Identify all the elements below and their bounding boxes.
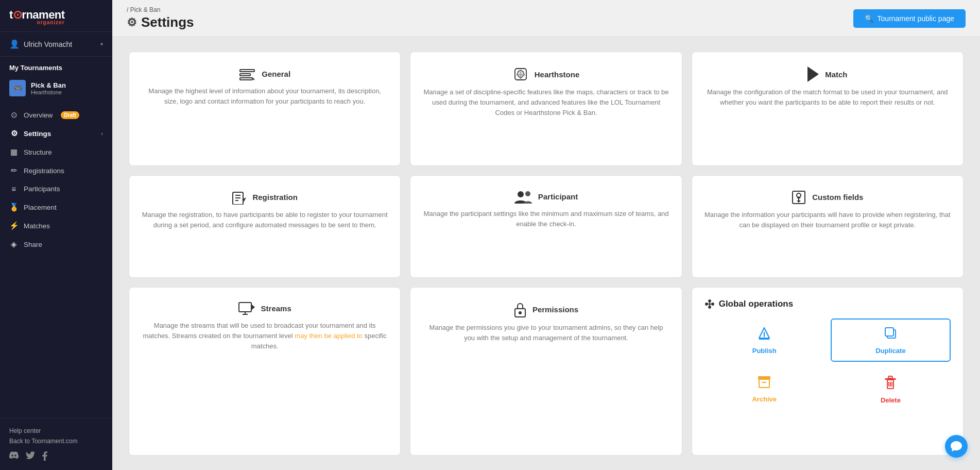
svg-rect-43	[888, 376, 892, 378]
structure-icon: ▦	[9, 147, 19, 157]
svg-rect-18	[239, 303, 251, 312]
page-title: ⚙ Settings	[127, 14, 194, 30]
registration-card-desc: Manage the registration, to have partici…	[142, 210, 388, 230]
tournament-public-page-button[interactable]: 🔍 Tournament public page	[853, 9, 966, 28]
svg-marker-19	[252, 305, 255, 310]
global-ops-buttons: Publish Duplicate Archive	[704, 318, 951, 411]
social-icons	[9, 451, 103, 463]
custom-fields-card-icon: Custom fields	[704, 190, 951, 205]
sidebar-item-matches[interactable]: ⚡ Matches	[0, 216, 112, 235]
archive-button[interactable]: Archive	[704, 368, 824, 411]
topbar: / Pick & Ban ⚙ Settings 🔍 Tournament pub…	[112, 0, 980, 37]
delete-label: Delete	[881, 396, 901, 404]
settings-card-match[interactable]: Match Manage the configuration of the ma…	[692, 52, 964, 166]
general-card-desc: Manage the highest level of information …	[142, 86, 388, 107]
settings-card-streams[interactable]: Streams Manage the streams that will be …	[129, 287, 401, 456]
registration-card-icon: Registration	[142, 190, 388, 205]
settings-card-participant[interactable]: Participant Manage the participant setti…	[410, 175, 682, 278]
chat-bubble-button[interactable]	[945, 435, 968, 458]
sidebar-item-label-settings: Settings	[24, 130, 51, 138]
streams-card-icon: Streams	[142, 302, 388, 315]
user-icon: 👤	[9, 39, 20, 49]
matches-icon: ⚡	[9, 221, 19, 230]
svg-rect-1	[240, 74, 250, 76]
participant-card-desc: Manage the participant settings like the…	[423, 209, 669, 229]
sidebar: t⊙rnament organizer 👤 Ulrich Vomacht ▾ M…	[0, 0, 112, 470]
hearthstone-card-icon: Hearthstone	[423, 66, 669, 82]
settings-cards-grid: General Manage the highest level of info…	[112, 37, 980, 470]
permissions-card-icon: Permissions	[423, 302, 669, 317]
sidebar-item-label-share: Share	[24, 241, 42, 248]
global-ops-title: Global operations	[704, 299, 794, 309]
duplicate-icon	[883, 326, 898, 344]
sidebar-item-overview[interactable]: ⊙ Overview Draft	[0, 106, 112, 124]
hearthstone-card-desc: Manage a set of discipline-specific feat…	[423, 87, 669, 118]
draft-badge: Draft	[61, 111, 79, 119]
sidebar-item-participants[interactable]: ≡ Participants	[0, 180, 112, 198]
svg-point-23	[519, 311, 522, 314]
settings-card-custom-fields[interactable]: Custom fields Manage the information you…	[692, 175, 964, 278]
page-header: / Pick & Ban ⚙ Settings	[127, 6, 194, 30]
help-center-link[interactable]: Help center	[9, 426, 103, 436]
tournament-name: Pick & Ban	[31, 81, 66, 89]
delete-button[interactable]: Delete	[831, 368, 951, 411]
sidebar-nav: ⊙ Overview Draft ⚙ Settings › ▦ Structur…	[0, 102, 112, 258]
archive-label: Archive	[752, 395, 777, 403]
svg-point-26	[706, 303, 708, 305]
publish-button[interactable]: Publish	[704, 318, 824, 362]
overview-icon: ⊙	[9, 110, 19, 120]
user-name: Ulrich Vomacht	[24, 40, 96, 48]
sidebar-item-label-participants: Participants	[24, 185, 60, 193]
svg-point-12	[525, 191, 530, 196]
placement-icon: 🏅	[9, 203, 19, 212]
streams-card-desc: Manage the streams that will be used to …	[142, 321, 388, 351]
back-to-toornament-link[interactable]: Back to Toornament.com	[9, 436, 103, 446]
archive-icon	[757, 375, 771, 392]
tournament-icon: 🎮	[9, 80, 26, 96]
svg-point-11	[518, 191, 524, 197]
tournament-info: Pick & Ban Hearthstone	[31, 81, 66, 95]
settings-icon: ⚙	[9, 129, 19, 138]
duplicate-label: Duplicate	[875, 347, 906, 355]
custom-fields-card-desc: Manage the information your participants…	[704, 210, 951, 230]
sidebar-item-label-overview: Overview	[24, 111, 53, 119]
delete-icon	[884, 375, 897, 393]
settings-card-general[interactable]: General Manage the highest level of info…	[129, 52, 401, 166]
breadcrumb: / Pick & Ban	[127, 6, 194, 13]
registrations-icon: ✏	[9, 166, 19, 175]
my-tournaments-label: My Tournaments	[0, 57, 112, 75]
user-menu[interactable]: 👤 Ulrich Vomacht ▾	[0, 32, 112, 57]
sidebar-item-share[interactable]: ◈ Share	[0, 235, 112, 254]
general-card-icon: General	[142, 66, 388, 81]
settings-card-registration[interactable]: Registration Manage the registration, to…	[129, 175, 401, 278]
logo-area: t⊙rnament organizer	[0, 0, 112, 32]
sidebar-item-settings[interactable]: ⚙ Settings ›	[0, 124, 112, 143]
tournament-item[interactable]: 🎮 Pick & Ban Hearthstone	[0, 75, 112, 102]
search-icon: 🔍	[865, 14, 873, 23]
sidebar-item-placement[interactable]: 🏅 Placement	[0, 198, 112, 216]
settings-card-permissions[interactable]: Permissions Manage the permissions you g…	[410, 287, 682, 456]
sidebar-footer: Help center Back to Toornament.com	[0, 418, 112, 470]
sidebar-item-label-placement: Placement	[24, 204, 57, 211]
sidebar-item-label-structure: Structure	[24, 148, 52, 156]
duplicate-button[interactable]: Duplicate	[831, 318, 951, 362]
streams-highlight-link[interactable]: may then be applied to	[295, 332, 363, 340]
facebook-icon[interactable]	[42, 451, 47, 463]
logo-text: t⊙rnament organizer	[9, 8, 65, 25]
main-content: / Pick & Ban ⚙ Settings 🔍 Tournament pub…	[112, 0, 980, 470]
discord-icon[interactable]	[9, 451, 19, 463]
publish-label: Publish	[752, 347, 777, 355]
svg-marker-5	[807, 66, 819, 82]
sidebar-item-structure[interactable]: ▦ Structure	[0, 143, 112, 161]
twitter-icon[interactable]	[26, 451, 35, 463]
settings-card-hearthstone[interactable]: Hearthstone Manage a set of discipline-s…	[410, 52, 682, 166]
svg-rect-0	[240, 70, 254, 72]
publish-icon	[757, 326, 771, 344]
sidebar-item-registrations[interactable]: ✏ Registrations	[0, 161, 112, 180]
svg-marker-16	[797, 200, 801, 203]
match-card-icon: Match	[704, 66, 951, 82]
svg-rect-34	[885, 328, 893, 336]
match-card-desc: Manage the configuration of the match fo…	[704, 87, 951, 108]
share-icon: ◈	[9, 240, 19, 249]
sidebar-item-label-registrations: Registrations	[24, 167, 64, 175]
